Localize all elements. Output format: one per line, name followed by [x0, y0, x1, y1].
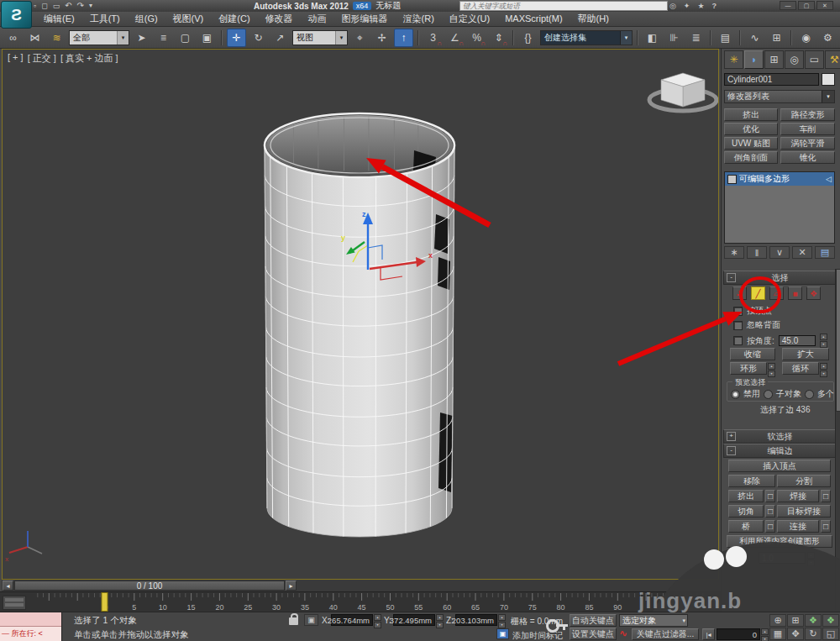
loop-button[interactable]: 循环 [782, 362, 819, 375]
app-logo[interactable]: Ƨ [1, 1, 32, 29]
add-time-tag-icon[interactable]: ▣ [496, 628, 509, 639]
render-setup-icon[interactable]: ⚙ [818, 29, 837, 47]
curve-editor-icon[interactable]: ∿ [745, 29, 764, 47]
preview-subobject-radio[interactable] [764, 390, 773, 399]
z-coord-spinner[interactable]: ▴▾ [498, 614, 506, 628]
modifier-button-pathdeform[interactable]: 路径变形 [780, 108, 835, 121]
viewport-pov-label[interactable]: [ 正交 ] [28, 52, 56, 65]
weld-button[interactable]: 焊接 [777, 490, 819, 502]
ring-spinner[interactable]: ▴▾ [768, 363, 775, 377]
close-button[interactable]: ✕ [816, 1, 833, 10]
zoom-all-icon[interactable]: ⊞ [787, 614, 804, 627]
minimize-button[interactable]: — [780, 1, 796, 10]
x-coord-field[interactable]: 265.764mm [331, 614, 373, 626]
modifier-list-dropdown[interactable]: 修改器列表 ▾ [724, 90, 835, 103]
new-file-icon[interactable]: ▫ [34, 2, 36, 10]
key-filters-button[interactable]: 关键点过滤器... [632, 628, 699, 640]
edit-named-selection-sets-icon[interactable]: {} [518, 29, 538, 47]
chamfer-settings-button[interactable]: □ [765, 505, 775, 518]
angle-snap-icon[interactable]: ∠∩ [445, 29, 465, 47]
viewport-menu-plus[interactable]: [ + ] [8, 52, 24, 65]
bind-to-spacewarp-icon[interactable]: ≋ [47, 29, 66, 47]
object-color-swatch[interactable] [822, 73, 835, 86]
snaps-toggle-icon[interactable]: 3∩ [423, 29, 443, 47]
remove-button[interactable]: 移除 [728, 475, 775, 487]
next-frame-button[interactable]: ▸ [286, 581, 297, 591]
subobject-vertex-icon[interactable]: ∴ [732, 286, 747, 300]
reference-coordinate-dropdown[interactable]: 视图▾ [292, 30, 348, 45]
modifier-stack[interactable]: 可编辑多边形 ◁ [724, 171, 835, 244]
by-angle-spinner[interactable]: ▴▾ [820, 334, 827, 348]
open-file-icon[interactable]: ◻ [41, 2, 47, 10]
pan-hand-icon[interactable]: ✥ [787, 628, 804, 640]
undo-icon[interactable]: ↶ [65, 1, 71, 10]
by-vertex-checkbox[interactable] [733, 307, 743, 316]
bridge-button[interactable]: 桥 [728, 520, 764, 533]
keyboard-shortcut-override-icon[interactable]: ↑ [394, 29, 413, 47]
viewport-shading-label[interactable]: [ 真实 + 边面 ] [60, 52, 118, 65]
menu-help[interactable]: 帮助(H) [571, 12, 616, 26]
insert-vertex-button[interactable]: 插入顶点 [728, 460, 831, 472]
select-by-name-icon[interactable]: ≡ [154, 29, 173, 47]
current-frame-field[interactable]: 0 [717, 628, 760, 640]
stack-item-editable-poly[interactable]: 可编辑多边形 ◁ [725, 172, 834, 186]
go-to-start-button[interactable]: |◂ [702, 628, 715, 640]
tab-create-icon[interactable]: ✳ [724, 50, 743, 69]
connect-settings-button[interactable]: □ [821, 520, 831, 533]
y-coord-field[interactable]: 372.495mm [393, 614, 435, 626]
shrink-button[interactable]: 收缩 [730, 348, 775, 360]
zoom-extents-all-icon[interactable]: ❖ [822, 614, 839, 627]
menu-views[interactable]: 视图(V) [166, 12, 211, 26]
extrude-settings-button[interactable]: □ [765, 490, 775, 502]
y-coord-spinner[interactable]: ▴▾ [436, 614, 444, 628]
split-button[interactable]: 分割 [777, 475, 831, 487]
configure-modifier-sets-icon[interactable]: ▤ [815, 246, 835, 259]
select-and-scale-icon[interactable]: ↗ [270, 29, 290, 47]
help-icon[interactable]: ? [711, 2, 717, 10]
save-file-icon[interactable]: ▭ [53, 2, 60, 10]
subobject-element-icon[interactable]: ❖ [806, 286, 821, 300]
favorites-star-icon[interactable]: ★ [697, 2, 704, 10]
layer-manager-icon[interactable]: ≣ [686, 29, 706, 47]
selection-lock-icon[interactable] [289, 617, 298, 625]
rectangular-selection-region-icon[interactable]: ▢ [176, 29, 195, 47]
absolute-mode-toggle-icon[interactable]: ▣ [304, 614, 318, 626]
select-and-link-icon[interactable]: ∞ [3, 29, 23, 47]
previous-frame-button[interactable]: ◂ [3, 581, 13, 591]
unlink-selection-icon[interactable]: ⋈ [25, 29, 45, 47]
menu-tools[interactable]: 工具(T) [83, 12, 127, 26]
tab-motion-icon[interactable]: ◎ [785, 50, 804, 69]
tab-display-icon[interactable]: ▭ [805, 50, 824, 69]
set-key-button[interactable]: 设置关键点 [570, 628, 617, 640]
by-angle-checkbox[interactable] [733, 336, 743, 345]
menu-animation[interactable]: 动画 [302, 12, 333, 26]
ring-button[interactable]: 环形 [730, 362, 767, 375]
tab-modify-icon[interactable]: ◗ [744, 50, 764, 69]
menu-group[interactable]: 组(G) [129, 12, 165, 26]
menu-edit[interactable]: 编辑(E) [37, 12, 81, 26]
menu-create[interactable]: 创建(C) [212, 12, 256, 26]
time-slider-handle[interactable]: 0 / 100 [14, 581, 285, 591]
connect-button[interactable]: 连接 [777, 520, 819, 533]
ignore-backfacing-checkbox[interactable] [733, 321, 743, 330]
weld-settings-button[interactable]: □ [821, 490, 831, 502]
workspace-dropdown-icon[interactable]: ▾ [89, 2, 92, 9]
show-end-result-icon[interactable]: ‖ [747, 246, 767, 259]
remove-modifier-icon[interactable]: ✕ [792, 246, 812, 259]
tab-hierarchy-icon[interactable]: ⊞ [764, 50, 784, 69]
graphite-ribbon-icon[interactable]: ▤ [716, 29, 735, 47]
maximize-viewport-icon[interactable]: ◱ [822, 628, 839, 640]
grow-button[interactable]: 扩大 [782, 348, 829, 360]
menu-graph-editors[interactable]: 图形编辑器 [335, 12, 395, 26]
select-and-manipulate-icon[interactable]: ✢ [372, 29, 391, 47]
frame-spinner[interactable]: ▴▾ [761, 628, 769, 641]
z-coord-field[interactable]: 203.103mm [455, 614, 497, 626]
extrude-button[interactable]: 挤出 [728, 490, 764, 502]
rollout-soft-selection-header[interactable]: +软选择 [723, 429, 837, 444]
zoom-extents-icon[interactable]: ❖ [805, 614, 822, 627]
modifier-button-lathe[interactable]: 车削 [780, 123, 835, 135]
percent-snap-icon[interactable]: %∩ [467, 29, 486, 47]
x-coord-spinner[interactable]: ▴▾ [374, 614, 381, 628]
select-object-icon[interactable]: ➤ [132, 29, 151, 47]
rollout-edit-edges-header[interactable]: -编辑边 [723, 444, 837, 458]
